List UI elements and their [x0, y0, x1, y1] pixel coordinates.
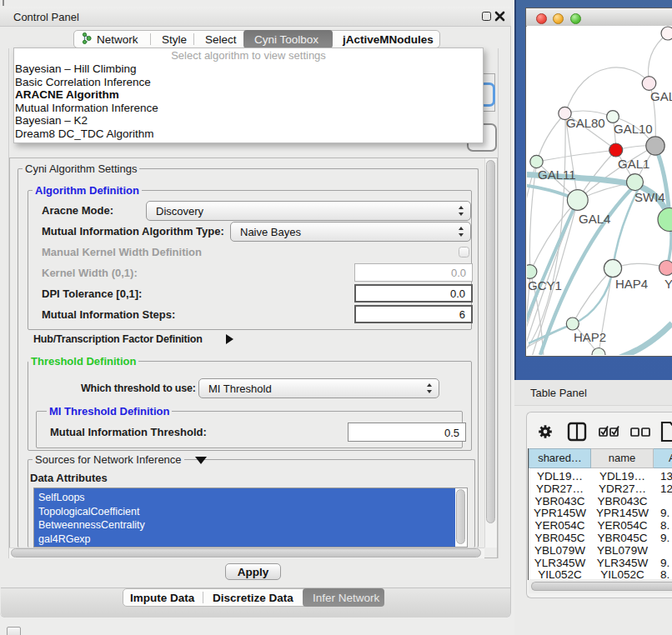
svg-text:SWI4: SWI4	[634, 190, 665, 204]
svg-text:GAL1: GAL1	[618, 157, 649, 171]
svg-text:GCY1: GCY1	[528, 278, 562, 292]
svg-text:GAL80: GAL80	[566, 116, 605, 130]
svg-text:Y: Y	[664, 277, 672, 291]
svg-text:GAL11: GAL11	[538, 168, 576, 182]
svg-text:GAL: GAL	[650, 89, 672, 103]
svg-text:GAL10: GAL10	[614, 122, 653, 136]
svg-text:GAL4: GAL4	[579, 212, 610, 226]
svg-text:HAP4: HAP4	[615, 277, 648, 291]
svg-text:HAP2: HAP2	[574, 330, 606, 344]
